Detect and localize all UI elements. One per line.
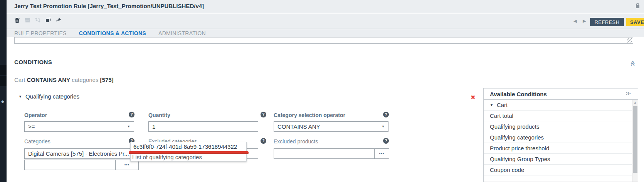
category-selection-operator-value: CONTAINS ANY (277, 123, 320, 130)
chevron-down-icon: ▼ (127, 125, 130, 128)
rail-collapse-handle-icon[interactable]: ◆ (1, 100, 4, 104)
condition-item-cart-total[interactable]: Cart total (484, 111, 632, 121)
delete-icon[interactable] (14, 17, 20, 23)
category-selection-operator-select[interactable]: CONTAINS ANY ▼ (274, 121, 388, 132)
move-arrows-icon[interactable] (56, 17, 62, 23)
condition-group-label: Cart (497, 102, 508, 108)
tree-caret-icon: ▼ (490, 103, 493, 107)
excluded-products-browse-button[interactable]: ••• (375, 148, 389, 159)
section-divider (14, 176, 472, 176)
left-nav-rail[interactable]: ◆ (0, 0, 7, 182)
condition-item-product-price-threshold[interactable]: Product price threshold (484, 143, 632, 154)
refresh-button[interactable]: REFRESH (590, 18, 624, 26)
red-annotation-line (129, 151, 249, 154)
excluded-categories-help-icon[interactable]: ? (261, 138, 266, 144)
summary-object: categories (70, 77, 100, 83)
quantity-input[interactable] (148, 121, 258, 132)
operator-select[interactable]: >= ▼ (24, 121, 134, 132)
quantity-label: Quantity (148, 112, 170, 118)
section-collapse-icon[interactable]: ≫ (629, 61, 636, 66)
qualifying-categories-toggle[interactable]: ▼ Qualifying categories (18, 93, 79, 100)
category-selection-operator-help-icon[interactable]: ? (383, 112, 389, 117)
tooltip-uuid: 6c3ff6f0-724f-401d-8a59-173618944322 (133, 143, 237, 150)
remove-condition-button[interactable]: ✖ (471, 94, 476, 101)
condition-summary: Cart CONTAINS ANY categories [575] (14, 77, 114, 83)
chevron-down-icon: ▼ (382, 125, 385, 128)
condition-item-coupon-code[interactable]: Coupon code (484, 165, 632, 175)
quantity-help-icon[interactable]: ? (261, 112, 266, 117)
available-conditions-header: Available Conditions ≫ (484, 88, 638, 100)
operator-label: Operator (24, 112, 47, 118)
condition-group-cart[interactable]: ▼ Cart (484, 100, 632, 111)
excluded-products-input[interactable] (274, 148, 375, 159)
tooltip-caption: List of qualifying categories (132, 154, 202, 160)
panel-collapse-icon[interactable]: ≫ (626, 90, 631, 96)
group-title: Qualifying categories (25, 93, 79, 100)
clone-icon[interactable] (45, 17, 51, 23)
summary-subject: Cart (14, 77, 27, 83)
rail-segment (0, 65, 7, 75)
summary-value: [575] (100, 77, 114, 83)
toolbar-icon-group (14, 17, 62, 23)
categories-add-input[interactable] (24, 160, 116, 170)
operator-value: >= (28, 123, 35, 130)
scroll-up-icon[interactable]: ▲ (632, 101, 638, 104)
categories-label: Categories (24, 138, 50, 145)
lock-icon (635, 3, 640, 9)
condition-item-qualifying-group-types[interactable]: Qualifying Group Types (484, 154, 632, 165)
operator-help-icon[interactable]: ? (129, 112, 135, 117)
scrollbar-thumb[interactable] (633, 106, 637, 173)
collapsed-editor-strip[interactable] (14, 37, 633, 44)
summary-operator: CONTAINS ANY (27, 77, 71, 83)
condition-item-qualifying-products[interactable]: Qualifying products (484, 121, 632, 132)
condition-item-qualifying-categories[interactable]: Qualifying categories (484, 132, 632, 143)
available-conditions-panel: Available Conditions ≫ ▼ Cart Cart total… (483, 88, 638, 182)
archive-icon[interactable] (25, 17, 30, 23)
categories-value-field[interactable]: Digital Cameras [575] - Electronics Pr..… (24, 148, 134, 159)
toolbar (7, 14, 644, 29)
excluded-products-label: Excluded products (274, 138, 318, 145)
sync-arrows-icon[interactable] (35, 17, 41, 23)
save-button[interactable]: SAVE (626, 18, 644, 26)
promotion-rule-editor: ◆ Jerry Test Promotion Rule [Jerry_Test_… (0, 0, 644, 182)
available-conditions-title: Available Conditions (490, 91, 547, 97)
rail-segment (0, 76, 7, 86)
category-selection-operator-label: Category selection operator (274, 112, 345, 118)
page-title: Jerry Test Promotion Rule [Jerry_Test_Pr… (14, 3, 204, 9)
resize-grip-icon[interactable] (627, 38, 632, 43)
conditions-heading: CONDITIONS (14, 59, 52, 65)
categories-value: Digital Cameras [575] - Electronics Pr..… (28, 150, 129, 157)
panel-scrollbar[interactable]: ▲ (632, 100, 638, 182)
nav-next-icon[interactable]: ▶ (583, 19, 586, 24)
nav-previous-icon[interactable]: ◀ (573, 19, 577, 24)
excluded-products-help-icon[interactable]: ? (383, 138, 389, 144)
collapse-caret-icon: ▼ (18, 95, 22, 99)
